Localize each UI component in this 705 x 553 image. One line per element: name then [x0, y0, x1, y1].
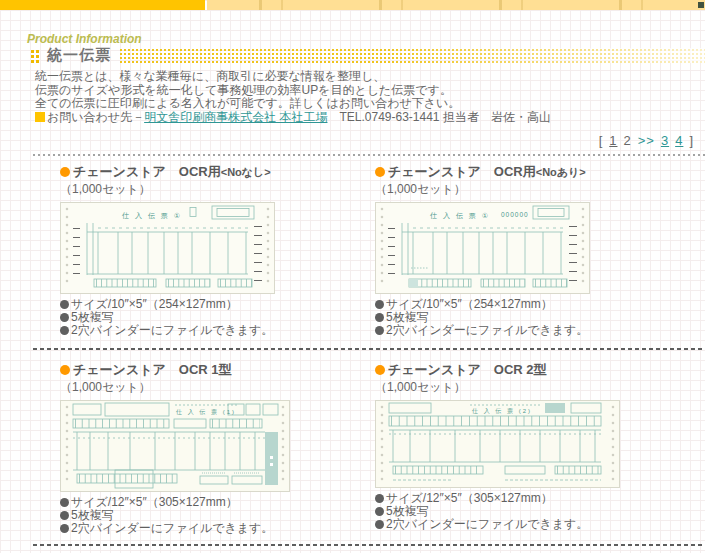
intro-block: 統一伝票とは、様々な業種毎に、商取引に必要な情報を整理し、 伝票のサイズや形式を… — [35, 70, 700, 124]
product-title: チェーンストア OCR 2型 — [388, 361, 547, 379]
form-title-text: 仕 入 伝 票 ① — [430, 212, 490, 220]
topbar-accent-light — [207, 0, 705, 10]
contact-company-link[interactable]: 明文舎印刷商事株式会社 本社工場 — [144, 110, 327, 124]
product-subtitle: （1,000セット） — [375, 181, 685, 198]
pagination-close-bracket: ] — [689, 133, 694, 148]
form-title-text: 仕 入 伝 票 (2) — [472, 407, 532, 414]
divider-top — [33, 154, 705, 156]
spec-binder: 2穴バインダーにファイルできます。 — [375, 518, 685, 531]
product-title: チェーンストア OCR用 — [73, 163, 221, 181]
spec-bullet-icon — [60, 326, 69, 335]
product-form-image-3: 仕 入 伝 票 (1) — [60, 400, 370, 492]
spec-bullet-icon — [375, 494, 384, 503]
product-card-ocr-no-nashi: チェーンストア OCR用 <Noなし> （1,000セット） — [60, 165, 370, 337]
product-subtitle: （1,000セット） — [60, 181, 370, 198]
pagination-page-3[interactable]: 3 — [661, 133, 669, 148]
product-card-ocr-type2: チェーンストア OCR 2型 （1,000セット） — [375, 363, 685, 531]
product-card-ocr-no-ari: チェーンストア OCR用 <Noあり> （1,000セット） — [375, 165, 685, 337]
spec-bullet-icon — [375, 326, 384, 335]
pagination: [12>>34] — [596, 133, 697, 148]
contact-suffix: TEL.0749-63-1441 担当者 岩佐・高山 — [327, 110, 550, 124]
product-title-row: チェーンストア OCR用 <Noなし> — [60, 165, 370, 179]
product-specs: サイズ/12″×5″（305×127mm） 5枚複写 2穴バインダーにファイルで… — [375, 492, 685, 531]
orange-bullet-icon — [375, 167, 385, 177]
spec-binder-text: 2穴バインダーにファイルできます。 — [386, 518, 588, 531]
spec-bullet-icon — [60, 313, 69, 322]
product-form-image-2: 仕 入 伝 票 ① 000000 — [375, 202, 685, 294]
topbar-accent-dark — [0, 0, 205, 10]
spec-bullet-icon — [60, 498, 69, 507]
spec-bullet-icon — [375, 313, 384, 322]
spec-binder-text: 2穴バインダーにファイルできます。 — [71, 324, 273, 337]
spec-bullet-icon — [60, 524, 69, 533]
contact-square-icon — [35, 112, 45, 122]
contact-prefix: お問い合わせ先－ — [47, 110, 144, 124]
product-title: チェーンストア OCR用 — [388, 163, 536, 181]
product-variant: <Noあり> — [536, 165, 586, 180]
pagination-page-4[interactable]: 4 — [675, 133, 683, 148]
spec-bullet-icon — [60, 511, 69, 520]
title-dots-icon — [30, 49, 40, 63]
product-form-image-1: 仕 入 伝 票 ① — [60, 202, 370, 294]
orange-bullet-icon — [60, 167, 70, 177]
intro-line-2: 伝票のサイズや形式を統一化して事務処理の効率UPを目的とした伝票です。 — [35, 84, 700, 98]
page-title-row: 統一伝票 — [30, 47, 705, 64]
product-form-image-4: 仕 入 伝 票 (2) — [375, 400, 685, 488]
orange-bullet-icon — [375, 365, 385, 375]
divider-bottom — [33, 544, 705, 546]
intro-line-1: 統一伝票とは、様々な業種毎に、商取引に必要な情報を整理し、 — [35, 70, 700, 84]
pagination-open-bracket: [ — [599, 133, 604, 148]
spec-bullet-icon — [60, 300, 69, 309]
product-subtitle: （1,000セット） — [375, 379, 685, 396]
spec-bullet-icon — [375, 520, 384, 529]
product-title: チェーンストア OCR 1型 — [73, 361, 232, 379]
product-specs: サイズ/10″×5″（254×127mm） 5枚複写 2穴バインダーにファイルで… — [60, 298, 370, 337]
page: Product Information 統一伝票 統一伝票とは、様々な業種毎に、… — [0, 0, 705, 553]
spec-bullet-icon — [375, 300, 384, 309]
orange-bullet-icon — [60, 365, 70, 375]
product-title-row: チェーンストア OCR 1型 — [60, 363, 370, 377]
form-title-text: 仕 入 伝 票 ① — [122, 212, 182, 220]
spec-binder: 2穴バインダーにファイルできます。 — [60, 324, 370, 337]
intro-line-3: 全ての伝票に圧印刷による名入れが可能です。詳しくはお問い合わせ下さい。 — [35, 97, 700, 111]
spec-bullet-icon — [375, 507, 384, 516]
title-dotted-band — [119, 48, 705, 63]
pagination-page-2-current: 2 — [623, 133, 631, 148]
topbar-corner-mark — [698, 2, 704, 8]
contact-line: お問い合わせ先－明文舎印刷商事株式会社 本社工場 TEL.0749-63-144… — [35, 111, 700, 125]
divider-middle — [33, 348, 705, 350]
spec-binder: 2穴バインダーにファイルできます。 — [60, 522, 370, 535]
product-title-row: チェーンストア OCR 2型 — [375, 363, 685, 377]
form-serial-number: 000000 — [501, 211, 529, 218]
spec-binder-text: 2穴バインダーにファイルできます。 — [71, 522, 273, 535]
product-specs: サイズ/10″×5″（254×127mm） 5枚複写 2穴バインダーにファイルで… — [375, 298, 685, 337]
product-card-ocr-type1: チェーンストア OCR 1型 （1,000セット） — [60, 363, 370, 535]
product-variant: <Noなし> — [221, 165, 271, 180]
pagination-page-1[interactable]: 1 — [609, 133, 617, 148]
pagination-next-link[interactable]: >> — [638, 133, 655, 148]
spec-binder-text: 2穴バインダーにファイルできます。 — [386, 324, 588, 337]
section-eyebrow: Product Information — [27, 32, 142, 46]
product-subtitle: （1,000セット） — [60, 379, 370, 396]
product-specs: サイズ/12″×5″（305×127mm） 5枚複写 2穴バインダーにファイルで… — [60, 496, 370, 535]
page-title: 統一伝票 — [47, 46, 111, 65]
form-title-text: 仕 入 伝 票 (1) — [176, 408, 236, 415]
spec-binder: 2穴バインダーにファイルできます。 — [375, 324, 685, 337]
product-title-row: チェーンストア OCR用 <Noあり> — [375, 165, 685, 179]
